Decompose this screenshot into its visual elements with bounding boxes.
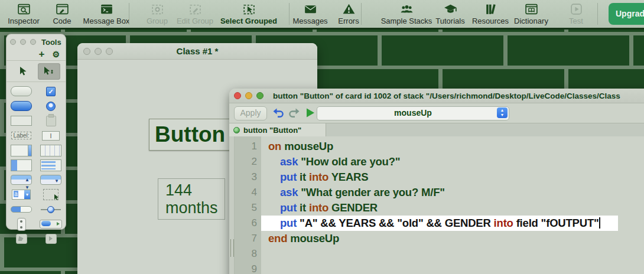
script-editor-title: button "Button" of card id 1002 of stack… (273, 92, 644, 100)
script-editor-titlebar[interactable]: button "Button" of card id 1002 of stack… (229, 89, 644, 103)
script-editor-window: button "Button" of card id 1002 of stack… (229, 89, 644, 274)
gear-icon[interactable]: ⚙ (52, 48, 60, 61)
code-line[interactable]: put it into YEARS (261, 169, 644, 185)
script-tab-label: button "Button" (243, 126, 301, 135)
browse-pointer-tool[interactable] (12, 63, 34, 80)
zoom-window-button[interactable] (256, 92, 264, 99)
text-entry-tool[interactable]: I (42, 131, 60, 141)
line-number: 3 (235, 169, 257, 185)
line-number: 1 (235, 139, 257, 154)
script-editor-toolbar: Apply mouseUp▲▼ (229, 103, 644, 123)
code-line[interactable]: on mouseUp (261, 139, 644, 154)
tab-status-dot-icon (233, 127, 240, 133)
handler-selector[interactable]: mouseUp▲▼ (317, 106, 509, 120)
label-tool[interactable]: Label: (11, 132, 31, 139)
handler-selector-value: mouseUp (394, 108, 432, 118)
apply-button[interactable]: Apply (234, 106, 267, 120)
script-tab[interactable]: button "Button" (229, 123, 326, 137)
line-number: 8 (235, 246, 257, 262)
toolbar-item-test[interactable]: Test (538, 1, 614, 25)
tools-grid: ✓ Label: I ▲▼ ▼ a▼ (6, 82, 66, 246)
window-controls[interactable] (10, 39, 36, 45)
drag-handle-icon[interactable] (230, 239, 234, 257)
tools-palette-actions: +⚙ (6, 48, 66, 61)
pointer-tools-row (6, 61, 66, 82)
main-toolbar: Inspector Code Message Box Group Edit Gr… (0, 0, 644, 30)
line-number: 5 (235, 200, 257, 216)
field-scrollbar-tool[interactable] (11, 145, 32, 156)
tools-palette-title: Tools (41, 38, 61, 47)
close-window-button[interactable] (10, 39, 16, 45)
slider-tool[interactable] (41, 206, 61, 214)
gutter: 123456789 (235, 136, 261, 274)
radio-button-tool[interactable] (46, 102, 56, 111)
undo-icon[interactable] (272, 106, 285, 119)
script-editor-body: 123456789 on mouseUpask "How old are you… (229, 136, 644, 274)
stack-output-field[interactable]: 144 months (158, 178, 225, 220)
close-window-button[interactable] (234, 92, 241, 99)
line-number: 6 (235, 216, 257, 231)
combo-box-tool[interactable]: a▼ (12, 190, 31, 200)
scrolling-list-tool[interactable] (40, 159, 61, 171)
option-menu-tool[interactable]: ▲▼ (11, 175, 32, 185)
popup-menu-tool[interactable]: ▼ (40, 175, 61, 185)
zoom-window-button[interactable] (30, 39, 36, 45)
player-tool[interactable] (45, 234, 57, 244)
toolbar-separator (361, 3, 362, 25)
progress-bar-tool[interactable] (11, 206, 32, 213)
desktop: Inspector Code Message Box Group Edit Gr… (0, 0, 644, 274)
chevron-up-down-icon: ▲▼ (497, 107, 508, 118)
window-controls[interactable] (234, 92, 264, 99)
code-line[interactable]: end mouseUp (261, 231, 644, 246)
code-line[interactable] (261, 262, 644, 274)
stack-button-control[interactable]: Button (149, 119, 233, 151)
stepper-tool[interactable] (17, 218, 26, 231)
oval-button-tool[interactable] (11, 86, 32, 96)
upgrade-button[interactable]: Upgrade (609, 3, 644, 25)
clipboard-tool[interactable] (46, 116, 56, 126)
line-number: 9 (235, 262, 257, 274)
line-number: 2 (235, 154, 257, 169)
redo-icon[interactable] (287, 106, 300, 119)
code-lines[interactable]: on mouseUpask "How old are you?"put it i… (261, 136, 644, 274)
edit-pointer-tool[interactable] (38, 63, 60, 80)
line-number: 7 (235, 231, 257, 246)
rounded-button-tool[interactable] (11, 101, 32, 111)
list-field-tool[interactable] (11, 159, 32, 171)
minimize-window-button[interactable] (20, 39, 26, 45)
code-line[interactable]: ask "How old are you?" (261, 154, 644, 169)
toolbar-label: Test (538, 17, 614, 25)
player-bar-tool[interactable] (40, 220, 62, 229)
test-play-icon (538, 1, 614, 17)
tools-palette: Tools +⚙ ✓ Label: I ▲▼ ▼ a▼ (6, 34, 66, 230)
code-line[interactable]: put "A" && YEARS && "old" && GENDER into… (261, 216, 644, 231)
field-line: months (165, 199, 225, 217)
sidebar-collapse-rail[interactable] (229, 136, 235, 274)
code-line[interactable]: put it into GENDER (261, 200, 644, 216)
line-number: 4 (235, 185, 257, 200)
group-select-tool[interactable] (43, 189, 58, 200)
graphic-tool[interactable] (16, 234, 27, 244)
add-control-icon[interactable]: + (39, 48, 45, 60)
code-line[interactable]: ask "What gender are you? M/F" (261, 185, 644, 200)
tools-palette-titlebar: Tools (6, 34, 66, 48)
code-line[interactable] (261, 246, 644, 262)
table-field-tool[interactable] (40, 145, 61, 156)
text-caret (599, 217, 600, 229)
stack-window-title: Class #1 * (77, 46, 317, 56)
checkbox-tool[interactable]: ✓ (46, 87, 56, 96)
run-script-icon[interactable] (304, 106, 317, 119)
script-editor-tabrow: button "Button" (229, 123, 644, 138)
rectangle-button-tool[interactable] (11, 116, 32, 126)
minimize-window-button[interactable] (245, 92, 252, 99)
stack-window-titlebar[interactable]: Class #1 * (77, 43, 317, 60)
field-line: 144 (165, 181, 225, 199)
